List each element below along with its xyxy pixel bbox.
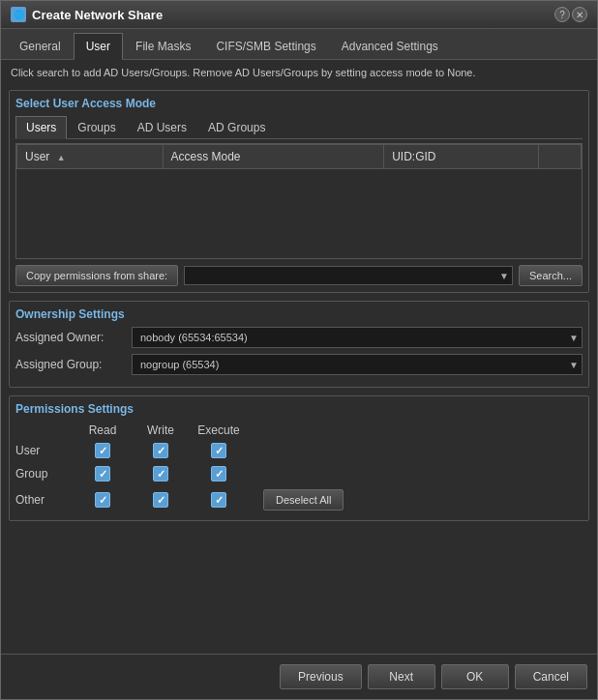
perms-group-execute-cell [190,466,248,481]
col-header-user[interactable]: User ▲ [17,145,164,169]
user-table-container: User ▲ Access Mode UID:GID [15,143,583,259]
perms-other-read-cell [74,492,132,508]
info-text: Click search to add AD Users/Groups. Rem… [1,60,597,86]
tab-advanced[interactable]: Advanced Settings [329,33,451,59]
perms-other-write-checkbox[interactable] [153,492,168,508]
inner-tabs: Users Groups AD Users AD Groups [15,116,583,139]
copy-permissions-button[interactable]: Copy permissions from share: [15,265,178,286]
title-bar-left: 🌐 Create Network Share [11,7,163,22]
assigned-group-row: Assigned Group: nogroup (65534) ▼ [15,354,583,375]
perms-other-write-cell [132,492,190,508]
search-button[interactable]: Search... [519,265,583,286]
dialog-icon: 🌐 [11,7,26,22]
sort-icon: ▲ [57,153,66,162]
assigned-owner-select-wrapper: nobody (65534:65534) ▼ [132,327,583,348]
perms-col-read: Read [74,423,132,437]
perms-group-write-cell [132,466,190,481]
perms-user-execute-checkbox[interactable] [211,443,226,458]
tab-user[interactable]: User [74,33,123,60]
help-button[interactable]: ? [554,7,570,22]
assigned-group-label: Assigned Group: [15,358,132,371]
tab-general[interactable]: General [7,33,74,59]
assigned-owner-row: Assigned Owner: nobody (65534:65534) ▼ [15,327,583,348]
perms-user-write-cell [132,443,190,458]
perms-user-row: User [15,439,583,462]
perms-other-execute-cell [190,492,248,508]
ownership-section: Ownership Settings Assigned Owner: nobod… [9,301,589,388]
tab-file-masks[interactable]: File Masks [123,33,203,59]
perms-col-execute: Execute [190,423,248,437]
perms-other-execute-checkbox[interactable] [211,492,226,508]
perms-other-read-checkbox[interactable] [95,492,110,508]
cancel-button[interactable]: Cancel [515,664,587,689]
perms-group-read-cell [74,466,132,481]
assigned-owner-select[interactable]: nobody (65534:65534) [132,327,583,348]
copy-permissions-row: Copy permissions from share: ▼ Search... [15,265,583,286]
bottom-bar: Previous Next OK Cancel [1,654,597,699]
previous-button[interactable]: Previous [280,664,362,689]
assigned-group-select-wrapper: nogroup (65534) ▼ [132,354,583,375]
perms-other-row: Other Deselect All [15,485,583,514]
user-access-section: Select User Access Mode Users Groups AD … [9,90,589,293]
dialog-title: Create Network Share [32,8,163,22]
tab-cifs-smb[interactable]: CIFS/SMB Settings [203,33,328,59]
permissions-section: Permissions Settings Read Write Execute … [9,395,589,521]
assigned-owner-label: Assigned Owner: [15,331,132,344]
inner-tab-users[interactable]: Users [15,116,67,139]
perms-user-execute-cell [190,443,248,458]
perms-group-write-checkbox[interactable] [153,466,168,481]
perms-other-label: Other [15,493,74,507]
col-header-uid-gid[interactable]: UID:GID [384,145,539,169]
copy-permissions-select[interactable] [184,266,513,285]
title-bar: 🌐 Create Network Share ? ✕ [1,1,597,29]
perms-header-row: Read Write Execute [74,422,583,439]
title-buttons: ? ✕ [554,7,587,22]
ownership-title: Ownership Settings [15,307,583,321]
perms-group-read-checkbox[interactable] [95,466,110,481]
perms-user-read-checkbox[interactable] [95,443,110,458]
permissions-title: Permissions Settings [15,402,583,416]
copy-permissions-select-wrapper: ▼ [184,266,513,285]
create-network-share-dialog: 🌐 Create Network Share ? ✕ General User … [0,0,598,700]
perms-col-write: Write [132,423,190,437]
ok-button[interactable]: OK [441,664,509,689]
perms-group-label: Group [15,467,74,481]
next-button[interactable]: Next [368,664,435,689]
perms-group-execute-checkbox[interactable] [211,466,226,481]
col-header-extra [539,145,582,169]
user-access-title: Select User Access Mode [15,97,583,110]
deselect-all-button[interactable]: Deselect All [263,489,344,510]
inner-tab-groups[interactable]: Groups [67,116,126,138]
perms-user-read-cell [74,443,132,458]
perms-user-write-checkbox[interactable] [153,443,168,458]
close-button[interactable]: ✕ [572,7,587,22]
perms-user-label: User [15,444,74,457]
perms-group-row: Group [15,462,583,485]
col-header-access-mode[interactable]: Access Mode [163,145,384,169]
user-table: User ▲ Access Mode UID:GID [16,144,582,169]
inner-tab-ad-groups[interactable]: AD Groups [197,116,276,138]
assigned-group-select[interactable]: nogroup (65534) [132,354,583,375]
inner-tab-ad-users[interactable]: AD Users [127,116,197,138]
top-tabs: General User File Masks CIFS/SMB Setting… [1,29,597,60]
